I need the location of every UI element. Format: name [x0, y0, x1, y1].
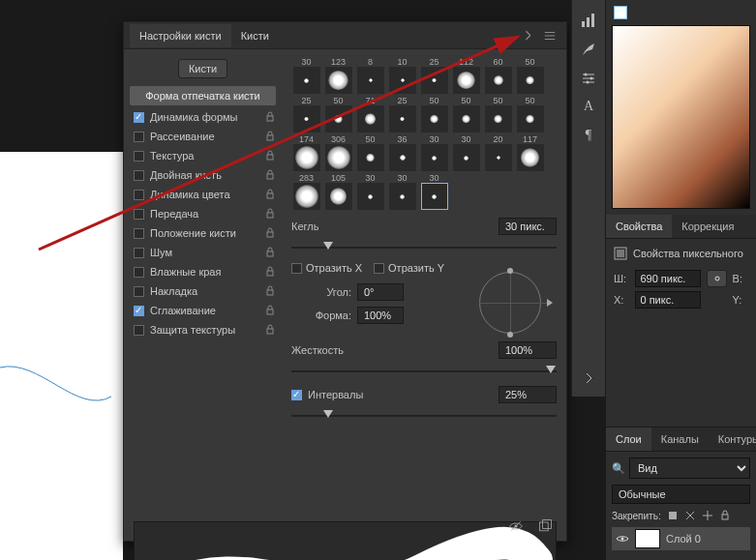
paragraph-panel-icon[interactable]: ¶ — [580, 128, 597, 145]
brush-preset[interactable]: 30 — [419, 173, 449, 210]
brush-preset[interactable]: 20 — [483, 134, 513, 171]
lock-icon[interactable] — [264, 208, 276, 220]
option-8[interactable]: Влажные края — [124, 262, 282, 281]
option-checkbox[interactable] — [134, 228, 144, 239]
tab-properties[interactable]: Свойства — [606, 215, 672, 238]
blend-mode-select[interactable]: Обычные — [612, 485, 750, 504]
option-9[interactable]: Накладка — [124, 281, 282, 301]
lock-icon[interactable] — [264, 305, 276, 316]
size-value[interactable]: 30 пикс. — [499, 218, 557, 235]
lock-icon[interactable] — [264, 111, 276, 123]
spacing-slider[interactable] — [291, 409, 557, 423]
option-3[interactable]: Двойная кисть — [124, 165, 282, 185]
lock-icon[interactable] — [264, 169, 276, 181]
brush-preset[interactable]: 30 — [291, 57, 321, 94]
histogram-icon[interactable] — [580, 12, 597, 29]
hardness-slider[interactable] — [291, 365, 557, 378]
brush-preset[interactable]: 50 — [515, 57, 545, 94]
lock-icon[interactable] — [264, 189, 276, 200]
option-checkbox[interactable] — [134, 248, 144, 258]
angle-widget[interactable] — [471, 264, 549, 341]
character-panel-icon[interactable]: A — [580, 99, 597, 116]
option-checkbox[interactable] — [134, 325, 144, 336]
lock-icon[interactable] — [264, 247, 276, 258]
panel-menu-icon[interactable] — [543, 29, 557, 43]
tab-layers[interactable]: Слои — [606, 427, 651, 451]
lock-icon[interactable] — [264, 324, 276, 336]
brush-preset[interactable]: 306 — [323, 134, 353, 171]
option-1[interactable]: Рассеивание — [124, 127, 282, 146]
option-checkbox[interactable] — [134, 132, 144, 142]
brush-preset[interactable]: 50 — [451, 96, 481, 133]
lock-icon[interactable] — [264, 150, 276, 162]
flip-y-checkbox[interactable]: Отразить Y — [374, 262, 444, 274]
brush-preset[interactable]: 60 — [483, 57, 513, 94]
brushes-button[interactable]: Кисти — [178, 59, 227, 78]
brush-preset[interactable]: 105 — [323, 173, 353, 210]
tab-paths[interactable]: Контуры — [709, 427, 756, 451]
x-input[interactable] — [635, 291, 701, 309]
color-picker-gradient[interactable] — [612, 25, 750, 209]
layer-filter-select[interactable]: Вид — [629, 457, 750, 479]
spacing-checkbox[interactable] — [291, 390, 302, 400]
brush-preset[interactable]: 71 — [355, 96, 385, 133]
layer-row[interactable]: Слой 0 — [612, 527, 750, 550]
brush-preset[interactable]: 112 — [451, 57, 481, 94]
hardness-value[interactable]: 100% — [499, 341, 557, 359]
brush-preset[interactable]: 123 — [323, 57, 353, 94]
new-preset-icon[interactable] — [537, 518, 553, 534]
option-checkbox[interactable] — [134, 286, 144, 297]
lock-artboard-icon[interactable] — [702, 510, 713, 521]
option-10[interactable]: Сглаживание — [124, 301, 282, 320]
brush-preset[interactable]: 30 — [355, 173, 385, 210]
lock-icon[interactable] — [264, 266, 276, 278]
option-2[interactable]: Текстура — [124, 146, 282, 165]
lock-icon[interactable] — [264, 285, 276, 297]
expand-icon[interactable] — [580, 369, 597, 387]
option-checkbox[interactable] — [134, 209, 144, 220]
tab-adjustments[interactable]: Коррекция — [672, 215, 743, 238]
brush-preset[interactable]: 25 — [387, 96, 417, 133]
option-checkbox[interactable] — [134, 190, 144, 200]
brush-preset[interactable]: 36 — [387, 134, 417, 171]
size-slider[interactable] — [291, 241, 557, 254]
tab-brushes[interactable]: Кисти — [231, 24, 279, 47]
foreground-color-swatch[interactable] — [614, 6, 627, 19]
option-5[interactable]: Передача — [124, 204, 282, 223]
brush-preset[interactable]: 30 — [387, 173, 417, 210]
brush-preset[interactable]: 10 — [387, 57, 417, 94]
layer-name[interactable]: Слой 0 — [666, 533, 701, 545]
brush-preset[interactable]: 25 — [291, 96, 321, 133]
brush-preset[interactable]: 30 — [419, 134, 449, 171]
spacing-value[interactable]: 25% — [499, 386, 557, 403]
preview-toggle-icon[interactable] — [508, 518, 524, 534]
collapse-icon[interactable] — [522, 29, 535, 43]
brush-preset[interactable]: 117 — [515, 134, 545, 171]
lock-icon[interactable] — [264, 227, 276, 239]
brush-preset[interactable]: 50 — [323, 96, 353, 133]
brush-preset[interactable]: 174 — [291, 134, 321, 171]
brush-preset[interactable]: 25 — [419, 57, 449, 94]
option-checkbox[interactable] — [134, 267, 144, 278]
tab-channels[interactable]: Каналы — [651, 427, 709, 451]
tab-brush-settings[interactable]: Настройки кисти — [130, 24, 231, 47]
link-dimensions-button[interactable] — [707, 270, 726, 287]
brush-preset[interactable]: 8 — [355, 57, 385, 94]
adjustments-icon[interactable] — [580, 70, 597, 87]
option-11[interactable]: Защита текстуры — [124, 320, 282, 339]
roundness-input[interactable] — [357, 307, 404, 324]
visibility-icon[interactable] — [616, 532, 629, 545]
brush-preset[interactable]: 283 — [291, 173, 321, 210]
option-7[interactable]: Шум — [124, 243, 282, 262]
brush-preset[interactable]: 50 — [483, 96, 513, 133]
width-input[interactable] — [635, 270, 701, 287]
option-checkbox[interactable] — [134, 112, 144, 123]
lock-all-icon[interactable] — [719, 510, 731, 521]
lock-icon[interactable] — [264, 131, 276, 142]
flip-x-checkbox[interactable]: Отразить X — [291, 262, 362, 274]
brush-preset[interactable]: 30 — [451, 134, 481, 171]
brush-tool-icon[interactable] — [580, 41, 597, 58]
brush-preset[interactable]: 50 — [355, 134, 385, 171]
option-checkbox[interactable] — [134, 170, 144, 181]
brush-preset[interactable]: 50 — [515, 96, 545, 133]
